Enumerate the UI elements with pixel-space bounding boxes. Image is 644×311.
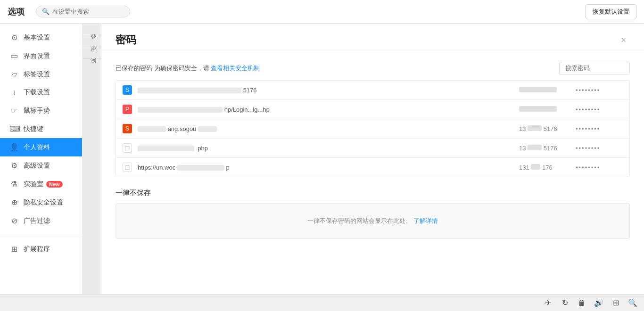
site-username-5: 131 176 <box>519 164 576 171</box>
site-password-2: •••••••• <box>576 106 623 113</box>
mouse-icon: ☞ <box>9 106 19 115</box>
url-blur-3b <box>198 126 217 132</box>
sidebar-item-shortcuts[interactable]: ⌨ 快捷键 <box>0 120 82 138</box>
sidebar-label-advanced: 高级设置 <box>24 162 50 170</box>
sidebar-item-download[interactable]: ↓ 下载设置 <box>0 83 82 101</box>
vtab-login[interactable]: 登 <box>83 24 101 35</box>
taskbar-icon-search[interactable]: 🔍 <box>626 296 639 310</box>
security-link[interactable]: 查看相关安全机制 <box>211 65 260 72</box>
taskbar-icon-volume[interactable]: 🔊 <box>592 296 605 310</box>
settings-icon: ⊙ <box>9 33 19 42</box>
password-row: S ang.sogou 13 5176 ••••••• <box>116 119 629 139</box>
username-suffix-5: 176 <box>542 164 553 171</box>
url-blur-4 <box>138 146 194 151</box>
password-row: S 5176 •••••••• <box>116 81 629 100</box>
sidebar: ⊙ 基本设置 ▭ 界面设置 ▱ 标签设置 ↓ 下载设置 ☞ 鼠标手势 ⌨ 快捷键… <box>0 24 83 294</box>
taskbar-icon-trash[interactable]: 🗑 <box>575 296 588 310</box>
sidebar-bottom: ⊞ 扩展程序 <box>0 235 82 258</box>
site-favicon-3: S <box>123 124 132 133</box>
username-text-3: 13 <box>519 125 526 132</box>
main-layout: ⊙ 基本设置 ▭ 界面设置 ▱ 标签设置 ↓ 下载设置 ☞ 鼠标手势 ⌨ 快捷键… <box>0 24 644 294</box>
profile-icon: 👤 <box>9 143 19 152</box>
password-list: S 5176 •••••••• P <box>116 80 630 177</box>
panel-header: 密码 × <box>101 24 644 52</box>
url-suffix-4: .php <box>196 145 208 152</box>
search-icon: 🔍 <box>42 8 50 15</box>
sidebar-item-interface[interactable]: ▭ 界面设置 <box>0 47 82 65</box>
taskbar: ✈ ↻ 🗑 🔊 ⊞ 🔍 <box>0 294 644 311</box>
sidebar-label-lab: 实验室 <box>24 180 43 188</box>
sidebar-label-profile: 个人资料 <box>24 143 50 152</box>
username-blur-2 <box>519 106 557 112</box>
interface-icon: ▭ <box>9 51 19 60</box>
panel-title: 密码 <box>116 33 136 47</box>
reset-button[interactable]: 恢复默认设置 <box>586 4 636 19</box>
url-text-3: ang.sogou <box>168 125 197 132</box>
download-icon: ↓ <box>9 88 19 97</box>
taskbar-icon-refresh[interactable]: ↻ <box>558 296 571 310</box>
username-text-5a: 131 <box>519 164 529 171</box>
privacy-icon: ⊕ <box>9 198 19 207</box>
username-suffix-4: 5176 <box>544 145 557 152</box>
panel-body: 已保存的密码 为确保密码安全，请 查看相关安全机制 S 5176 <box>101 52 644 248</box>
url-text-5a: https://un.woc <box>138 164 175 171</box>
site-url-4: .php <box>138 145 519 152</box>
sidebar-label-shortcuts: 快捷键 <box>24 125 43 133</box>
site-username-4: 13 5176 <box>519 145 576 152</box>
sidebar-item-privacy[interactable]: ⊕ 隐私安全设置 <box>0 193 82 212</box>
advanced-icon: ⚙ <box>9 161 19 170</box>
sidebar-label-extensions: 扩展程序 <box>24 245 50 254</box>
sidebar-label-adblock: 广告过滤 <box>24 217 50 225</box>
vtab-browser[interactable]: 浏 <box>83 47 101 59</box>
url-suffix-1: 5176 <box>243 87 257 94</box>
top-bar: 选项 🔍 恢复默认设置 <box>0 0 644 24</box>
sidebar-label-interface: 界面设置 <box>24 52 50 60</box>
never-save-box: 一律不保存密码的网站会显示在此处。 了解详情 <box>116 203 630 239</box>
never-save-title: 一律不保存 <box>116 188 630 197</box>
taskbar-icon-grid[interactable]: ⊞ <box>609 296 622 310</box>
url-blur-1 <box>138 88 241 93</box>
close-panel-button[interactable]: × <box>617 34 630 46</box>
content-wrapper: 登 密 浏 密码 × 已保存的密码 为确保密码安全，请 查看相关安全机制 <box>83 24 644 294</box>
password-row: P hp/Login...lg...hp •••••••• <box>116 100 629 119</box>
username-text-4: 13 <box>519 145 526 152</box>
search-input[interactable] <box>52 8 128 15</box>
sidebar-label-mouse: 鼠标手势 <box>24 106 50 115</box>
site-favicon-4: □ <box>123 143 132 153</box>
search-password-input[interactable] <box>559 62 630 74</box>
saved-label-text: 已保存的密码 为确保密码安全，请 <box>116 65 209 72</box>
url-suffix-5: p <box>226 164 229 171</box>
vtab-password[interactable]: 密 <box>83 35 101 47</box>
sidebar-label-basic: 基本设置 <box>24 33 50 42</box>
sidebar-item-basic[interactable]: ⊙ 基本设置 <box>0 28 82 47</box>
site-favicon-2: P <box>123 105 132 114</box>
sidebar-item-profile[interactable]: 👤 个人资料 <box>0 138 82 156</box>
never-save-section: 一律不保存 一律不保存密码的网站会显示在此处。 了解详情 <box>116 188 630 239</box>
sidebar-item-adblock[interactable]: ⊘ 广告过滤 <box>0 212 82 230</box>
url-blur-3a <box>138 126 166 132</box>
sidebar-item-tabs[interactable]: ▱ 标签设置 <box>0 65 82 83</box>
site-url-3: ang.sogou <box>138 125 519 132</box>
never-save-text: 一律不保存密码的网站会显示在此处。 了解详情 <box>307 217 438 225</box>
extensions-icon: ⊞ <box>9 245 19 254</box>
url-suffix-2: hp/Login...lg...hp <box>224 106 270 113</box>
sidebar-item-lab[interactable]: ⚗ 实验室 New <box>0 175 82 193</box>
taskbar-icon-airplane[interactable]: ✈ <box>541 296 554 310</box>
site-favicon-5: □ <box>123 163 132 172</box>
username-suffix-3: 5176 <box>544 125 557 132</box>
sidebar-label-tabs: 标签设置 <box>24 70 50 79</box>
site-url-2: hp/Login...lg...hp <box>138 106 519 113</box>
site-password-5: •••••••• <box>576 164 623 171</box>
lab-icon: ⚗ <box>9 180 19 188</box>
sidebar-item-mouse[interactable]: ☞ 鼠标手势 <box>0 101 82 120</box>
site-url-1: 5176 <box>138 87 519 94</box>
vertical-tabs: 登 密 浏 <box>83 24 101 294</box>
never-save-description: 一律不保存密码的网站会显示在此处。 <box>307 217 412 224</box>
learn-more-link[interactable]: 了解详情 <box>413 217 438 224</box>
sidebar-item-advanced[interactable]: ⚙ 高级设置 <box>0 156 82 175</box>
adblock-icon: ⊘ <box>9 216 19 225</box>
username-blur-4 <box>528 145 542 150</box>
saved-passwords-label: 已保存的密码 为确保密码安全，请 查看相关安全机制 <box>116 64 260 73</box>
sidebar-item-extensions[interactable]: ⊞ 扩展程序 <box>0 240 82 258</box>
shortcuts-icon: ⌨ <box>9 124 19 133</box>
